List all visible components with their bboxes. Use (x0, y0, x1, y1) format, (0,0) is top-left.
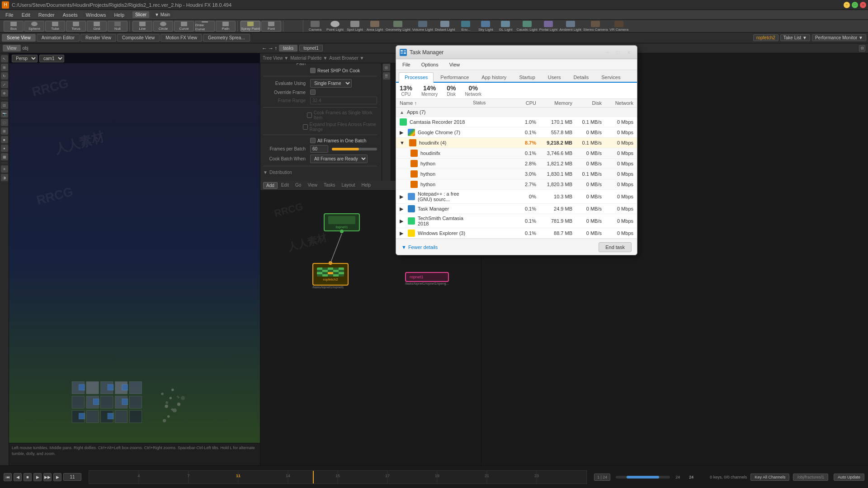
light-distant[interactable]: Distant Light (435, 21, 455, 32)
tm-tab-services[interactable]: Services (595, 72, 626, 82)
cook-batch-when-select[interactable]: All Frames are Ready First Frame Ready (310, 155, 368, 163)
slicer-btn[interactable]: Slicer (132, 11, 149, 18)
vt-snap[interactable]: ⊡ (1, 102, 8, 109)
tm-row-hython1[interactable]: hython 2.8% 1,821.2 MB 0 MB/s 0 Mbps (396, 159, 637, 169)
tool-null[interactable]: Null (108, 21, 127, 32)
close-button[interactable]: × (860, 2, 866, 8)
light-caustic[interactable]: Caustic Light (516, 21, 537, 32)
tl-play[interactable]: ▶ (33, 473, 42, 481)
menu-file[interactable]: File (2, 11, 17, 19)
vt-ghost[interactable]: ◌ (1, 119, 8, 126)
tl-next-frame[interactable]: ▶ (53, 473, 61, 481)
viewport-canvas[interactable]: RRCG 人人素材 RRCG Persp cam1 (9, 53, 260, 465)
tm-col-net-header[interactable]: Network (602, 100, 633, 106)
tree-view-btn[interactable]: Tree View ▼ (263, 56, 288, 61)
tm-tab-performance[interactable]: Performance (434, 72, 475, 82)
tool-torus[interactable]: Torus (66, 21, 86, 32)
menu-edit[interactable]: Edit (18, 11, 34, 19)
tm-tab-processes[interactable]: Processes (399, 72, 434, 83)
vt-scale[interactable]: ⤢ (1, 81, 8, 88)
tm-tab-details[interactable]: Details (568, 72, 595, 82)
ne-tab-help[interactable]: Help (359, 182, 373, 189)
distribution-row[interactable]: ▼ Distribution (263, 169, 377, 176)
vt-wire[interactable]: ⊞ (1, 127, 8, 135)
light-stereo-camera[interactable]: Stereo Camera (583, 21, 608, 32)
tool-sphere[interactable]: Sphere (24, 21, 44, 32)
cam-dropdown[interactable]: cam1 (39, 55, 64, 62)
vt-smooth[interactable]: ● (1, 145, 8, 152)
tool-path[interactable]: Path (216, 21, 236, 32)
cook-frames-checkbox[interactable] (307, 113, 312, 118)
light-gl[interactable]: GL Light (496, 21, 514, 32)
vt-light[interactable]: ☀ (1, 165, 8, 173)
tab-animation-editor[interactable]: Animation Editor (37, 34, 80, 42)
tm-menu-view[interactable]: View (446, 61, 464, 68)
light-environment[interactable]: Env... (457, 21, 475, 32)
tm-minimize-btn[interactable]: − (603, 48, 612, 57)
expand-checkbox[interactable] (303, 124, 307, 130)
all-frames-checkbox[interactable] (310, 138, 316, 143)
taskmanager-expand-icon[interactable]: ▶ (400, 206, 403, 212)
tool-line[interactable]: Line (132, 21, 152, 32)
tool-spray-paint[interactable]: Spray Paint (241, 21, 260, 32)
viewport-tab-view[interactable]: View (3, 45, 21, 52)
vt-texture[interactable]: ▦ (1, 153, 8, 160)
maximize-button[interactable]: □ (852, 2, 858, 8)
tm-col-mem-header[interactable]: Memory (536, 100, 572, 106)
ne-tab-add[interactable]: Add (263, 182, 278, 189)
tm-row-houdini[interactable]: ▼ houdinifx (4) 8.7% 9,218.2 MB 0.1 MB/s… (396, 138, 637, 148)
ne-tab-go[interactable]: Go (292, 182, 304, 189)
notepad-expand-icon[interactable]: ▶ (400, 194, 403, 200)
camtasia2018-expand-icon[interactable]: ▶ (400, 218, 403, 224)
frame-range-slider[interactable] (616, 476, 670, 479)
tm-apps-group-header[interactable]: ▲ Apps (7) (396, 108, 637, 117)
obj-path-btn[interactable]: /obj/fractures/1 (793, 474, 828, 481)
tl-prev-frame[interactable]: ◀ (14, 473, 22, 481)
frame-display[interactable]: 11 (63, 473, 81, 481)
tasks-tab-tasks[interactable]: tasks (279, 45, 297, 52)
ne-tab-layout[interactable]: Layout (339, 182, 358, 189)
tool-box[interactable]: Box (4, 21, 24, 32)
tm-row-hython3[interactable]: hython 2.7% 1,820.3 MB 0 MB/s 0 Mbps (396, 179, 637, 190)
menu-render[interactable]: Render (35, 11, 58, 19)
tm-col-status-header[interactable]: Status (473, 100, 509, 106)
frames-slider-track[interactable] (332, 148, 377, 150)
tm-row-camtasia2018[interactable]: ▶ TechSmith Camtasia 2018 0.1% 781.9 MB … (396, 214, 637, 228)
tab-render-view[interactable]: Render View (80, 34, 116, 42)
tm-col-name-header[interactable]: Name ↑ (400, 100, 473, 106)
ne-tab-view[interactable]: View (305, 182, 320, 189)
material-palette-btn[interactable]: Material Palette ▼ (290, 56, 327, 61)
override-frame-checkbox[interactable] (310, 89, 316, 95)
tool-tube[interactable]: Tube (45, 21, 65, 32)
tl-stop[interactable]: ■ (24, 473, 32, 481)
ne-tab-tasks[interactable]: Tasks (321, 182, 338, 189)
menu-help[interactable]: Help (110, 11, 128, 19)
light-spot[interactable]: Spot Light (346, 21, 364, 32)
tm-tab-apphistory[interactable]: App history (476, 72, 512, 82)
tm-menu-file[interactable]: File (399, 61, 414, 68)
tm-col-disk-header[interactable]: Disk (572, 100, 602, 106)
tool-curve[interactable]: Curve (174, 21, 194, 32)
perf-monitor-btn[interactable]: Performance Monitor ▼ (812, 34, 866, 41)
ne-tab-edit[interactable]: Edit (278, 182, 292, 189)
light-area[interactable]: Area Light (366, 21, 384, 32)
nav-forward[interactable]: → (268, 45, 274, 52)
light-geometry[interactable]: Geometry Light (386, 21, 410, 32)
tm-row-hython2[interactable]: hython 3.0% 1,830.1 MB 0.1 MB/s 0 Mbps (396, 169, 637, 179)
nav-up[interactable]: ↑ (274, 45, 277, 52)
tm-close-btn[interactable]: × (624, 48, 633, 57)
auto-update-btn[interactable]: Auto Update (834, 474, 864, 481)
tm-menu-options[interactable]: Options (418, 61, 442, 68)
tm-row-camtasia-recorder[interactable]: Camtasia Recorder 2018 1.0% 170.1 MB 0.1… (396, 117, 637, 127)
light-ambient[interactable]: Ambient Light (559, 21, 581, 32)
tm-col-cpu-header[interactable]: CPU (509, 100, 536, 106)
key-all-channels-btn[interactable]: Key All Channels (750, 474, 789, 481)
vt-rotate[interactable]: ↻ (1, 72, 8, 80)
vt-handle[interactable]: ⊕ (1, 89, 8, 97)
light-volume[interactable]: Volume Light (412, 21, 433, 32)
tm-tab-users[interactable]: Users (542, 72, 567, 82)
light-vr-camera[interactable]: VR Camera (609, 21, 628, 32)
evaluate-using-select[interactable]: Single Frame Frame Range (310, 79, 352, 88)
tm-tab-startup[interactable]: Startup (513, 72, 541, 82)
reset-ship-checkbox[interactable] (310, 68, 316, 73)
